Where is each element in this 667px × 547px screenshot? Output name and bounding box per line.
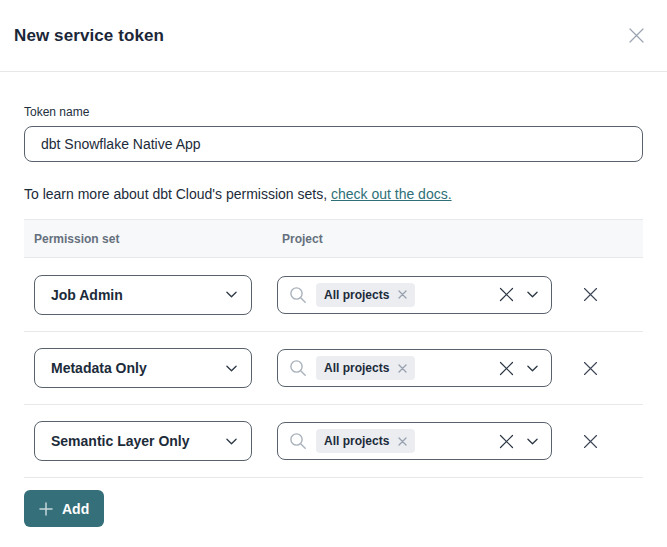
plus-icon <box>39 502 53 516</box>
project-tag: All projects <box>316 283 415 307</box>
multiselect-controls <box>499 434 538 449</box>
table-header-row: Permission set Project <box>24 219 643 258</box>
close-icon[interactable] <box>620 21 653 50</box>
multiselect-controls <box>499 287 538 302</box>
permission-set-select[interactable]: Metadata Only <box>34 348 252 388</box>
tag-remove-icon[interactable] <box>398 364 407 373</box>
permission-sets-note: To learn more about dbt Cloud's permissi… <box>24 186 643 202</box>
permission-set-value: Metadata Only <box>51 360 147 376</box>
chevron-down-icon <box>226 291 237 298</box>
chevron-down-icon <box>226 438 237 445</box>
remove-row-icon[interactable] <box>581 285 600 304</box>
permission-set-select[interactable]: Semantic Layer Only <box>34 421 252 461</box>
tag-remove-icon[interactable] <box>398 437 407 446</box>
project-tag-label: All projects <box>324 288 389 302</box>
token-name-label: Token name <box>24 105 643 119</box>
clear-selection-icon[interactable] <box>499 287 514 302</box>
project-tag-label: All projects <box>324 361 389 375</box>
permission-set-value: Job Admin <box>51 287 123 303</box>
search-icon <box>288 431 308 451</box>
remove-row-icon[interactable] <box>581 359 600 378</box>
remove-row-icon[interactable] <box>581 432 600 451</box>
add-button-label: Add <box>62 501 89 517</box>
permission-set-value: Semantic Layer Only <box>51 433 190 449</box>
project-tag: All projects <box>316 429 415 453</box>
chevron-down-icon[interactable] <box>527 365 538 372</box>
search-icon <box>288 285 308 305</box>
new-service-token-modal: New service token Token name To learn mo… <box>0 0 667 527</box>
table-row: Job Admin All projects <box>24 258 643 331</box>
search-icon <box>288 358 308 378</box>
permission-set-column-header: Permission set <box>34 232 277 246</box>
project-tag: All projects <box>316 356 415 380</box>
clear-selection-icon[interactable] <box>499 361 514 376</box>
multiselect-controls <box>499 361 538 376</box>
permission-set-select[interactable]: Job Admin <box>34 275 252 315</box>
project-multiselect[interactable]: All projects <box>277 276 552 314</box>
tag-remove-icon[interactable] <box>398 290 407 299</box>
chevron-down-icon[interactable] <box>527 291 538 298</box>
note-text: To learn more about dbt Cloud's permissi… <box>24 186 331 202</box>
token-name-input[interactable] <box>24 126 643 162</box>
docs-link[interactable]: check out the docs. <box>331 186 452 202</box>
page-title: New service token <box>14 26 164 46</box>
project-tag-label: All projects <box>324 434 389 448</box>
table-row: Semantic Layer Only All projects <box>24 404 643 477</box>
add-button[interactable]: Add <box>24 490 104 527</box>
project-column-header: Project <box>277 232 633 246</box>
project-multiselect[interactable]: All projects <box>277 422 552 460</box>
project-multiselect[interactable]: All projects <box>277 349 552 387</box>
permission-table: Permission set Project Job Admin <box>24 219 643 478</box>
chevron-down-icon[interactable] <box>527 438 538 445</box>
chevron-down-icon <box>226 365 237 372</box>
clear-selection-icon[interactable] <box>499 434 514 449</box>
table-row: Metadata Only All projects <box>24 331 643 404</box>
modal-header: New service token <box>0 0 667 72</box>
modal-body: Token name To learn more about dbt Cloud… <box>0 105 667 527</box>
